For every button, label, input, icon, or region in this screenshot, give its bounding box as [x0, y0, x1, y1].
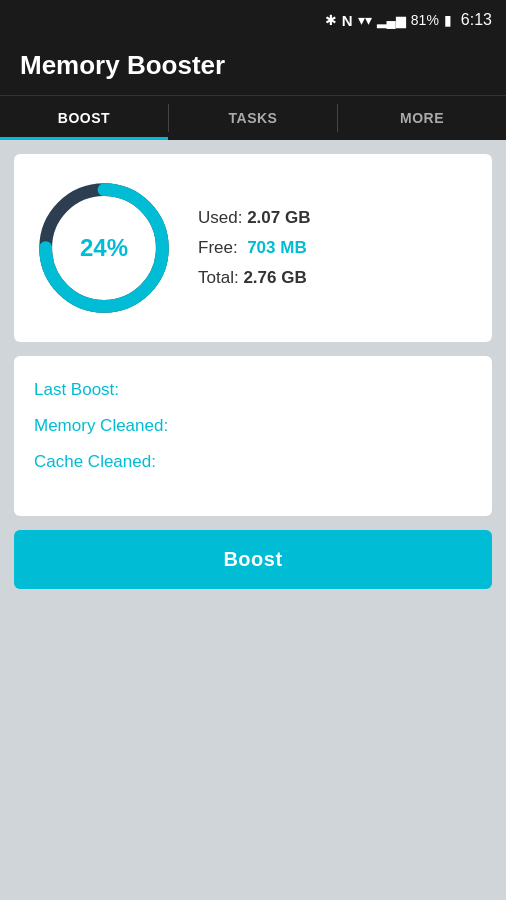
app-title: Memory Booster	[20, 50, 225, 80]
wifi-icon: ▾▾	[358, 12, 372, 28]
last-boost-line: Last Boost:	[34, 380, 472, 400]
time-display: 6:13	[461, 11, 492, 29]
bluetooth-icon: ✱	[325, 12, 337, 28]
boost-button[interactable]: Boost	[14, 530, 492, 589]
tab-bar: BOOST TASKS MORE	[0, 95, 506, 140]
memory-stats: Used: 2.07 GB Free: 703 MB Total: 2.76 G…	[198, 208, 310, 288]
status-bar: ✱ N ▾▾ ▂▄▆ 81% ▮ 6:13	[0, 0, 506, 40]
signal-icon: ▂▄▆	[377, 13, 406, 28]
tab-boost[interactable]: BOOST	[0, 96, 168, 140]
total-stat: Total: 2.76 GB	[198, 268, 310, 288]
boost-button-container: Boost	[0, 530, 506, 589]
memory-percent: 24%	[80, 234, 128, 262]
status-icons: ✱ N ▾▾ ▂▄▆ 81% ▮ 6:13	[325, 11, 492, 29]
network-icon: N	[342, 12, 353, 29]
tab-more[interactable]: MORE	[338, 96, 506, 140]
info-card: Last Boost: Memory Cleaned: Cache Cleane…	[14, 356, 492, 516]
used-stat: Used: 2.07 GB	[198, 208, 310, 228]
cache-cleaned-line: Cache Cleaned:	[34, 452, 472, 472]
free-stat: Free: 703 MB	[198, 238, 310, 258]
memory-card: 24% Used: 2.07 GB Free: 703 MB Total: 2.…	[14, 154, 492, 342]
battery-level: 81%	[411, 12, 439, 28]
memory-cleaned-line: Memory Cleaned:	[34, 416, 472, 436]
donut-chart: 24%	[34, 178, 174, 318]
tab-tasks[interactable]: TASKS	[169, 96, 337, 140]
battery-icon: ▮	[444, 12, 452, 28]
app-header: Memory Booster	[0, 40, 506, 95]
main-content: 24% Used: 2.07 GB Free: 703 MB Total: 2.…	[0, 140, 506, 530]
